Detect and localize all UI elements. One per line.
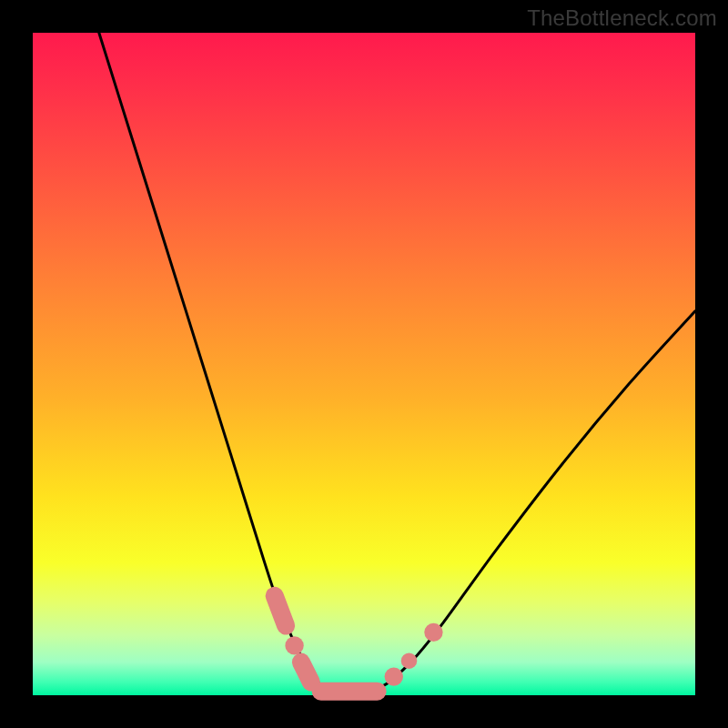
chart-frame: TheBottleneck.com xyxy=(0,0,728,728)
watermark-text: TheBottleneck.com xyxy=(527,5,717,31)
curve-layer xyxy=(33,33,695,695)
bottleneck-curve xyxy=(99,33,695,693)
curve-marker-pill xyxy=(275,596,286,626)
curve-marker xyxy=(285,636,303,654)
curve-marker xyxy=(385,667,403,685)
curve-marker-pill xyxy=(301,662,311,682)
curve-marker xyxy=(401,652,417,668)
curve-path xyxy=(99,33,695,693)
curve-markers xyxy=(275,596,443,692)
plot-area xyxy=(33,33,695,695)
curve-marker xyxy=(424,623,442,642)
